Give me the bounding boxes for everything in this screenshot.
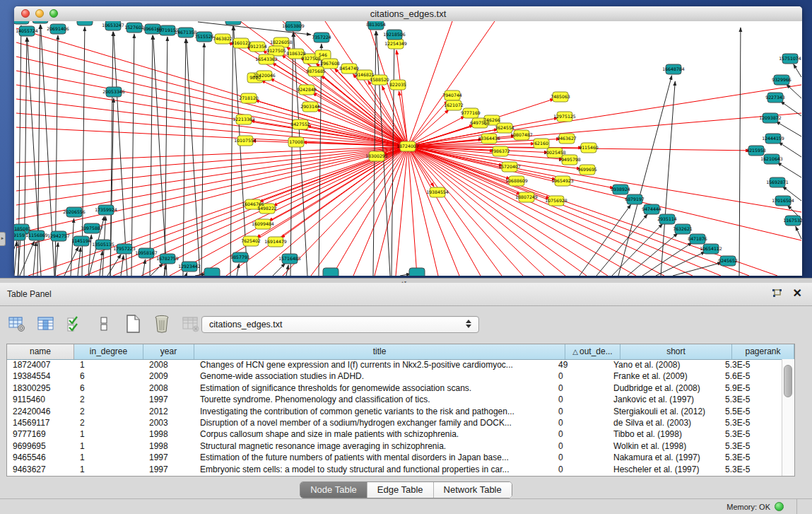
cell-title[interactable]: Changes of HCN gene expression and I(f) … bbox=[194, 359, 553, 370]
table-row[interactable]: 946554611997Estimation of the future num… bbox=[7, 452, 782, 463]
panel-collapse-handle[interactable]: ▸ bbox=[0, 232, 6, 246]
cell-out_degree[interactable]: 0 bbox=[553, 464, 608, 475]
table-row[interactable]: 946362711997Embryonic stem cells: a mode… bbox=[7, 464, 782, 475]
table-row[interactable]: 977716911998Corpus callosum shape and si… bbox=[7, 428, 782, 440]
tab-network-table[interactable]: Network Table bbox=[434, 482, 512, 498]
column-header-out_degree[interactable]: △out_de... bbox=[565, 344, 620, 359]
graph-node[interactable] bbox=[225, 21, 241, 25]
table-row[interactable]: 2242004622012Investigating the contribut… bbox=[7, 406, 782, 417]
graph-node[interactable] bbox=[77, 21, 93, 25]
cell-in_degree[interactable]: 6 bbox=[74, 370, 143, 382]
network-window-titlebar[interactable]: citations_edges.txt bbox=[14, 6, 802, 22]
cell-in_degree[interactable]: 2 bbox=[74, 406, 143, 417]
cell-name[interactable]: 9777169 bbox=[7, 428, 74, 440]
column-header-pagerank[interactable]: pagerank bbox=[732, 344, 794, 359]
cell-in_degree[interactable]: 1 bbox=[74, 440, 143, 452]
cell-name[interactable]: 18724007 bbox=[7, 359, 74, 370]
memory-status-indicator[interactable] bbox=[775, 502, 784, 511]
cell-year[interactable]: 2003 bbox=[143, 417, 194, 428]
cell-name[interactable]: 9699695 bbox=[7, 440, 74, 452]
column-header-short[interactable]: short bbox=[620, 344, 732, 359]
cell-in_degree[interactable]: 2 bbox=[74, 394, 143, 405]
cell-year[interactable]: 1998 bbox=[143, 428, 194, 440]
graph-node[interactable] bbox=[204, 268, 220, 276]
cell-out_degree[interactable]: 49 bbox=[553, 359, 608, 370]
cell-title[interactable]: Corpus callosum shape and size in male p… bbox=[194, 428, 553, 440]
cell-short[interactable]: Dudbridge et al. (2008) bbox=[608, 382, 719, 394]
cell-title[interactable]: Estimation of the future numbers of pati… bbox=[194, 452, 553, 463]
select-columns-icon[interactable] bbox=[65, 314, 85, 334]
cell-name[interactable]: 9465546 bbox=[7, 452, 74, 463]
scrollbar-thumb[interactable] bbox=[784, 365, 792, 397]
cell-in_degree[interactable]: 1 bbox=[74, 464, 143, 475]
table-row[interactable]: 911546021997Tourette syndrome. Phenomeno… bbox=[7, 394, 782, 405]
column-header-name[interactable]: name bbox=[7, 344, 74, 359]
cell-pagerank[interactable]: 5.3E-5 bbox=[719, 417, 782, 428]
table-selector-dropdown[interactable]: citations_edges.txt bbox=[201, 316, 479, 333]
float-panel-icon[interactable] bbox=[772, 288, 783, 298]
cell-short[interactable]: Tibbo et al. (1998) bbox=[608, 428, 719, 440]
cell-short[interactable]: Stergiakouli et al. (2012) bbox=[608, 406, 719, 417]
cell-year[interactable]: 1997 bbox=[143, 452, 194, 463]
cell-year[interactable]: 2012 bbox=[143, 406, 194, 417]
graph-node[interactable] bbox=[323, 268, 339, 276]
table-row[interactable]: 1872400712008Changes of HCN gene express… bbox=[7, 359, 782, 370]
delete-rows-icon[interactable] bbox=[152, 314, 172, 334]
cell-title[interactable]: Estimation of significance thresholds fo… bbox=[194, 382, 553, 394]
cell-title[interactable]: Investigating the contribution of common… bbox=[194, 406, 553, 417]
cell-out_degree[interactable]: 0 bbox=[553, 428, 608, 440]
cell-title[interactable]: Tourette syndrome. Phenomenology and cla… bbox=[194, 394, 553, 405]
cell-name[interactable]: 22420046 bbox=[7, 406, 74, 417]
cell-name[interactable]: 18300295 bbox=[7, 382, 74, 394]
cell-out_degree[interactable]: 0 bbox=[553, 406, 608, 417]
cell-title[interactable]: Disruption of a novel member of a sodium… bbox=[194, 417, 553, 428]
cell-year[interactable]: 1997 bbox=[143, 394, 194, 405]
new-table-icon[interactable] bbox=[123, 314, 143, 334]
tab-node-table[interactable]: Node Table bbox=[300, 482, 367, 498]
cell-in_degree[interactable]: 1 bbox=[74, 359, 143, 370]
cell-out_degree[interactable]: 0 bbox=[553, 417, 608, 428]
cell-in_degree[interactable]: 1 bbox=[74, 428, 143, 440]
cell-short[interactable]: Jankovic et al. (1997) bbox=[608, 394, 719, 405]
table-row[interactable]: 969969511998Structural magnetic resonanc… bbox=[7, 440, 782, 452]
cell-title[interactable]: Genome-wide association studies in ADHD. bbox=[194, 370, 553, 382]
cell-short[interactable]: de Silva et al. (2003) bbox=[608, 417, 719, 428]
cell-name[interactable]: 19384554 bbox=[7, 370, 74, 382]
cell-short[interactable]: Nakamura et al. (1997) bbox=[608, 452, 719, 463]
cell-in_degree[interactable]: 1 bbox=[74, 452, 143, 463]
cell-name[interactable]: 9463627 bbox=[7, 464, 74, 475]
cell-in_degree[interactable]: 2 bbox=[74, 417, 143, 428]
cell-out_degree[interactable]: 0 bbox=[553, 382, 608, 394]
show-columns-icon[interactable] bbox=[36, 314, 56, 334]
vertical-scrollbar[interactable] bbox=[782, 359, 794, 476]
cell-pagerank[interactable]: 5.6E-5 bbox=[719, 370, 782, 382]
cell-pagerank[interactable]: 5.3E-5 bbox=[719, 394, 782, 405]
cell-year[interactable]: 1998 bbox=[143, 440, 194, 452]
graph-node[interactable] bbox=[33, 21, 48, 23]
cell-pagerank[interactable]: 5.3E-5 bbox=[719, 452, 782, 463]
column-header-in_degree[interactable]: in_degree bbox=[74, 344, 143, 359]
table-row[interactable]: 1830029562008Estimation of significance … bbox=[7, 382, 782, 394]
column-header-year[interactable]: year bbox=[143, 344, 194, 359]
tab-edge-table[interactable]: Edge Table bbox=[367, 482, 434, 498]
graph-node[interactable] bbox=[14, 21, 29, 24]
cell-pagerank[interactable]: 5.3E-5 bbox=[719, 359, 782, 370]
close-panel-icon[interactable]: ✕ bbox=[793, 288, 802, 299]
graph-node[interactable] bbox=[409, 268, 425, 276]
cell-short[interactable]: Hescheler et al. (1997) bbox=[608, 464, 719, 475]
cell-year[interactable]: 2008 bbox=[143, 359, 194, 370]
network-canvas[interactable]: 1872400712254349746382291601238912354182… bbox=[14, 21, 802, 276]
cell-title[interactable]: Structural magnetic resonance image aver… bbox=[194, 440, 553, 452]
table-row[interactable]: 1938455462009Genome-wide association stu… bbox=[7, 370, 782, 382]
table-row[interactable]: 1456911722003Disruption of a novel membe… bbox=[7, 417, 782, 428]
column-header-title[interactable]: title bbox=[194, 344, 565, 359]
cell-out_degree[interactable]: 0 bbox=[553, 440, 608, 452]
cell-pagerank[interactable]: 5.5E-5 bbox=[719, 406, 782, 417]
cell-pagerank[interactable]: 5.9E-5 bbox=[719, 382, 782, 394]
cell-year[interactable]: 1997 bbox=[143, 464, 194, 475]
row-height-icon[interactable] bbox=[94, 314, 114, 334]
cell-out_degree[interactable]: 0 bbox=[553, 370, 608, 382]
delete-table-icon[interactable] bbox=[181, 314, 201, 334]
column-settings-icon[interactable] bbox=[7, 314, 27, 334]
cell-name[interactable]: 9115460 bbox=[7, 394, 74, 405]
